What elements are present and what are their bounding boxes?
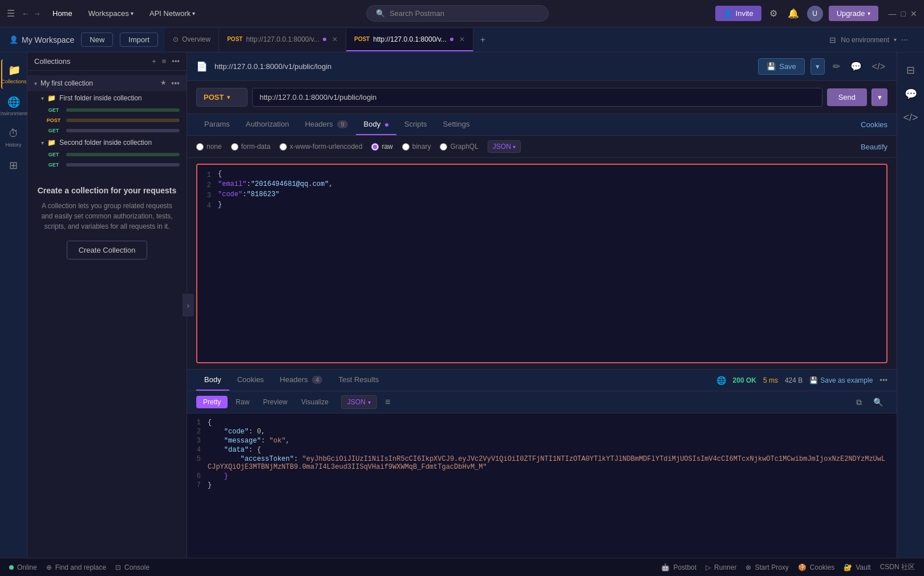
cookies-label[interactable]: Cookies <box>810 563 834 571</box>
runner-item[interactable]: ▷ Runner <box>706 562 736 572</box>
body-graphql[interactable]: GraphQL <box>440 143 478 151</box>
cookies-item[interactable]: 🍪 Cookies <box>798 562 834 572</box>
pretty-button[interactable]: Pretty <box>196 396 228 408</box>
tab-settings[interactable]: Settings <box>435 114 478 135</box>
collapse-handle[interactable]: › <box>183 294 194 317</box>
tab-body[interactable]: Body <box>356 114 396 135</box>
body-urlencoded[interactable]: x-www-form-urlencoded <box>279 143 362 151</box>
tab-post-2[interactable]: POST http://127.0.0.1:8000/v... ✕ <box>346 29 473 51</box>
filter-icon-btn[interactable]: ≡ <box>379 395 396 409</box>
new-button[interactable]: New <box>81 33 113 47</box>
urlencoded-radio[interactable] <box>279 143 287 151</box>
find-replace-item[interactable]: ⊕ Find and replace <box>46 563 106 571</box>
visualize-button[interactable]: Visualize <box>295 396 334 408</box>
tab-params[interactable]: Params <box>196 114 238 135</box>
panel-more-icon[interactable]: ••• <box>172 57 180 66</box>
res-tab-body[interactable]: Body <box>196 370 229 391</box>
upgrade-button[interactable]: Upgrade ▾ <box>829 6 878 21</box>
copy-icon[interactable]: ⧉ <box>852 395 866 409</box>
chat-icon[interactable]: 💬 <box>848 59 864 74</box>
tab-close-1[interactable]: ✕ <box>332 35 338 43</box>
res-tab-cookies[interactable]: Cookies <box>229 370 272 391</box>
close-icon[interactable]: ✕ <box>910 9 917 18</box>
tab-overview[interactable]: ⊙ Overview <box>165 29 219 51</box>
settings-icon[interactable]: ⚙ <box>767 6 780 21</box>
cookies-link[interactable]: Cookies <box>861 120 887 129</box>
collection-more-icon[interactable]: ••• <box>171 79 180 88</box>
hamburger-icon[interactable]: ☰ <box>7 8 15 19</box>
raw-button[interactable]: Raw <box>230 396 255 408</box>
json-format-select[interactable]: JSON ▾ <box>488 140 521 153</box>
body-form-data[interactable]: form-data <box>231 143 270 151</box>
save-example-button[interactable]: 💾 Save as example <box>809 376 873 384</box>
nav-back-icon[interactable]: ← <box>22 9 30 18</box>
edit-icon[interactable]: ✏ <box>830 59 842 74</box>
sidebar-right-icon-3[interactable]: </> <box>898 107 922 128</box>
import-button[interactable]: Import <box>120 33 158 47</box>
res-tab-headers[interactable]: Headers 4 <box>272 370 331 391</box>
start-proxy-item[interactable]: ⊗ Start Proxy <box>745 562 788 572</box>
add-collection-icon[interactable]: + <box>152 57 156 66</box>
runner-label[interactable]: Runner <box>714 563 736 571</box>
env-chevron[interactable]: ▾ <box>894 36 897 43</box>
body-none[interactable]: none <box>196 143 222 151</box>
minimize-icon[interactable]: — <box>889 9 897 18</box>
request-3[interactable]: GET <box>27 125 187 136</box>
sidebar-item-environments[interactable]: 🌐 Environments <box>1 91 26 121</box>
postbot-label[interactable]: Postbot <box>673 563 696 571</box>
request-4[interactable]: GET <box>27 149 187 160</box>
start-proxy-label[interactable]: Start Proxy <box>755 563 788 571</box>
send-button[interactable]: Send <box>827 88 867 106</box>
form-data-radio[interactable] <box>231 143 238 151</box>
method-select[interactable]: POST ▾ <box>196 88 248 107</box>
env-more-icon[interactable]: ⋯ <box>901 36 908 44</box>
tab-headers[interactable]: Headers 9 <box>297 114 356 135</box>
nav-workspaces[interactable]: Workspaces ▾ <box>84 7 138 20</box>
tab-post-1[interactable]: POST http://127.0.0.1:8000/v... ✕ <box>219 29 346 51</box>
collection-header[interactable]: ▾ My first collection ★ ••• <box>27 75 187 91</box>
folder-2[interactable]: ▾ 📁 Second folder inside collection <box>27 136 187 149</box>
vault-label[interactable]: Vault <box>856 563 870 571</box>
add-tab-button[interactable]: + <box>473 35 492 45</box>
search-response-icon[interactable]: 🔍 <box>869 395 887 409</box>
tab-close-2[interactable]: ✕ <box>459 35 465 43</box>
beautify-link[interactable]: Beautify <box>861 143 887 151</box>
console-label[interactable]: Console <box>124 563 149 571</box>
request-5[interactable]: GET <box>27 160 187 170</box>
env-label[interactable]: No environment <box>841 36 889 44</box>
preview-button[interactable]: Preview <box>257 396 293 408</box>
none-radio[interactable] <box>196 143 204 151</box>
create-collection-button[interactable]: Create Collection <box>67 241 148 259</box>
search-input[interactable]: 🔍 Search Postman <box>366 5 549 22</box>
graphql-radio[interactable] <box>440 143 447 151</box>
tab-authorization[interactable]: Authorization <box>238 114 297 135</box>
code-icon[interactable]: </> <box>870 59 887 74</box>
save-button[interactable]: 💾 Save <box>758 58 805 75</box>
nav-api-network[interactable]: API Network ▾ <box>145 7 200 20</box>
request-1[interactable]: GET <box>27 105 187 115</box>
sidebar-right-icon-2[interactable]: 💬 <box>900 83 922 105</box>
json-format-button[interactable]: JSON ▾ <box>341 395 377 409</box>
sidebar-item-history[interactable]: ⏱ History <box>1 123 26 152</box>
raw-radio[interactable] <box>371 143 379 151</box>
code-editor[interactable]: 1 { 2 "email":"2016494681@qq.com", 3 "co… <box>196 164 887 363</box>
vault-item[interactable]: 🔐 Vault <box>844 562 870 572</box>
res-tab-test-results[interactable]: Test Results <box>330 370 387 391</box>
save-dropdown-button[interactable]: ▾ <box>810 58 825 75</box>
sidebar-right-icon-1[interactable]: ⊟ <box>902 59 919 81</box>
postbot-item[interactable]: 🤖 Postbot <box>661 562 696 572</box>
url-input[interactable] <box>252 88 822 107</box>
avatar[interactable]: U <box>807 6 823 22</box>
find-replace-label[interactable]: Find and replace <box>55 563 106 571</box>
nav-home[interactable]: Home <box>48 7 77 20</box>
nav-forward-icon[interactable]: → <box>33 9 41 18</box>
body-raw[interactable]: raw <box>371 143 392 151</box>
star-icon[interactable]: ★ <box>160 79 167 88</box>
console-item[interactable]: ⊡ Console <box>115 563 149 571</box>
maximize-icon[interactable]: □ <box>901 9 906 18</box>
notification-icon[interactable]: 🔔 <box>785 6 801 21</box>
tab-scripts[interactable]: Scripts <box>396 114 435 135</box>
binary-radio[interactable] <box>402 143 410 151</box>
filter-icon[interactable]: ≡ <box>162 57 167 66</box>
folder-1[interactable]: ▾ 📁 First folder inside collection <box>27 91 187 105</box>
